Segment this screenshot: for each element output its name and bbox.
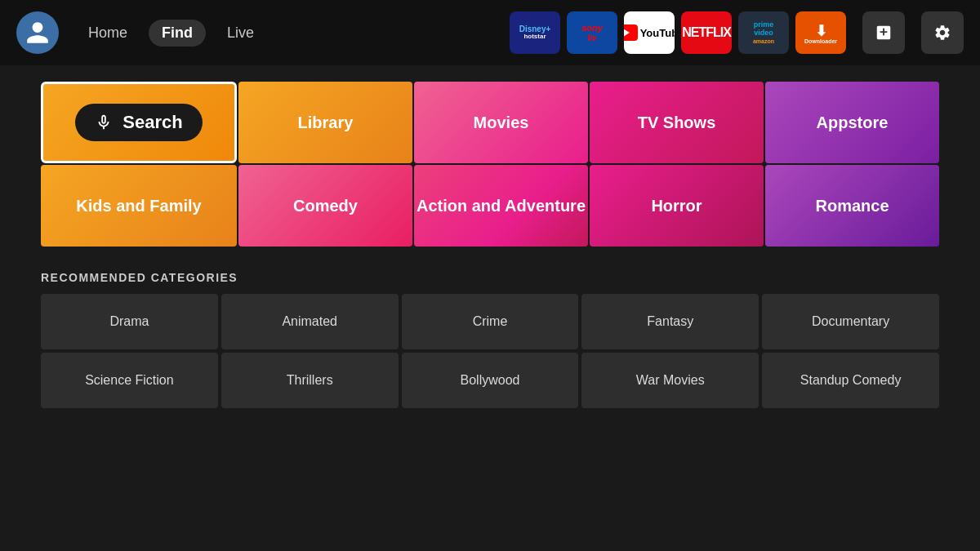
horror-label: Horror [651,197,702,216]
rec-thrillers[interactable]: Thrillers [221,353,399,408]
rec-scifi[interactable]: Science Fiction [41,353,218,408]
recommended-grid: Drama Animated Crime Fantasy Documentary… [41,294,939,408]
kids-label: Kids and Family [76,197,201,216]
rec-warmovies[interactable]: War Movies [581,353,759,408]
main-content: Search Library Movies TV Shows Appstore … [0,65,980,424]
tvshows-button[interactable]: TV Shows [590,82,764,163]
nav: Home Find Live [75,20,267,47]
rec-fantasy[interactable]: Fantasy [581,294,759,349]
action-button[interactable]: Action and Adventure [414,165,588,247]
category-grid: Search Library Movies TV Shows Appstore … [41,82,939,247]
rec-drama[interactable]: Drama [41,294,218,349]
rec-standup[interactable]: Standup Comedy [762,353,939,408]
tvshows-label: TV Shows [638,113,716,132]
search-label: Search [122,112,182,133]
nav-home[interactable]: Home [75,20,140,47]
app-sony[interactable]: sony liv [567,11,617,54]
app-netflix[interactable]: NETFLIX [681,11,732,54]
youtube-label: YouTube [640,27,675,39]
rec-documentary[interactable]: Documentary [762,294,939,349]
add-app-button[interactable] [862,11,905,54]
rec-bollywood[interactable]: Bollywood [402,353,579,408]
movies-label: Movies [474,113,529,132]
app-disney[interactable]: Disney+ hotstar [510,11,560,54]
netflix-label: NETFLIX [682,25,731,40]
nav-live[interactable]: Live [214,20,267,47]
settings-button[interactable] [921,11,964,54]
app-downloader[interactable]: ⬇ Downloader [795,11,846,54]
romance-label: Romance [815,197,889,216]
header: Home Find Live Disney+ hotstar sony liv … [0,0,980,65]
app-prime[interactable]: prime video amazon [738,11,789,54]
app-youtube[interactable]: YouTube [624,11,675,54]
library-button[interactable]: Library [238,82,412,163]
romance-button[interactable]: Romance [765,165,939,247]
horror-button[interactable]: Horror [590,165,764,247]
nav-find[interactable]: Find [149,20,206,47]
search-pill: Search [75,104,202,141]
recommended-title: RECOMMENDED CATEGORIES [41,271,939,284]
appstore-label: Appstore [817,113,889,132]
kids-button[interactable]: Kids and Family [41,165,237,247]
appstore-button[interactable]: Appstore [765,82,939,163]
movies-button[interactable]: Movies [414,82,588,163]
youtube-play-icon [624,24,638,41]
app-icons: Disney+ hotstar sony liv YouTube NETFLIX… [510,11,846,54]
rec-animated[interactable]: Animated [221,294,399,349]
comedy-label: Comedy [293,197,358,216]
avatar[interactable] [16,11,59,54]
comedy-button[interactable]: Comedy [238,165,412,247]
rec-crime[interactable]: Crime [402,294,579,349]
search-button[interactable]: Search [41,82,237,163]
library-label: Library [298,113,354,132]
action-label: Action and Adventure [416,197,586,216]
recommended-section: RECOMMENDED CATEGORIES Drama Animated Cr… [41,271,939,408]
